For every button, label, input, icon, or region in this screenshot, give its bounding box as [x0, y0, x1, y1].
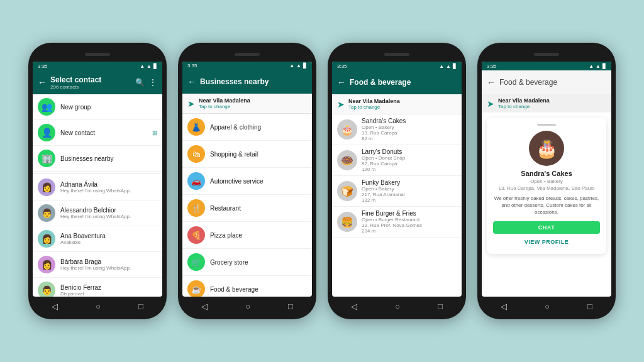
status-bar-4: 3:35 ▲ ▲ ▊: [482, 62, 611, 70]
profile-description: We offer freshly baked breads, cakes, pa…: [493, 195, 600, 216]
status-bar-3: 3:35 ▲ ▲ ▊: [332, 62, 462, 70]
back-button-4[interactable]: ←: [487, 77, 496, 87]
recent-nav-4[interactable]: □: [587, 302, 592, 311]
list-item-contact-2[interactable]: 👩 Ana Boaventura Available: [33, 226, 162, 252]
avatar-alessandro: 👨: [38, 204, 55, 222]
location-icon-4: ➤: [487, 99, 494, 109]
more-icon-1[interactable]: ⋮: [148, 77, 157, 87]
list-item-new-group[interactable]: 👥 New group: [33, 94, 162, 120]
status-bar-2: 3:35 ▲ ▲ ▊: [182, 62, 312, 70]
chat-button[interactable]: CHAT: [493, 221, 600, 234]
new-group-text: New group: [60, 104, 157, 111]
list-item-contact-0[interactable]: 👩 Adriana Ávila Hey there! I'm using Wha…: [33, 175, 162, 200]
automotive-icon: 🚗: [187, 172, 205, 190]
food-info-sandras: Sandra's Cakes Open • Bakery 13, Rua Car…: [362, 118, 406, 141]
battery-icon-3: ▊: [453, 63, 457, 69]
new-contact-text: New contact: [60, 129, 147, 136]
qr-icon[interactable]: ⊞: [152, 129, 157, 136]
view-profile-button[interactable]: VIEW PROFILE: [493, 236, 600, 248]
phone-4-screen: 3:35 ▲ ▲ ▊ ← Food & beverage ➤ Near Vila…: [482, 62, 611, 297]
avatar-benicio: 👨: [38, 282, 55, 297]
profile-type: Open • Bakery: [530, 178, 563, 184]
location-banner-4[interactable]: ➤ Near Vila Madalena Tap to change: [482, 94, 611, 112]
wifi-icon-2: ▲: [296, 63, 301, 69]
food-item-funky[interactable]: 🍞 Funky Bakery Open • Bakery 217, Rua Ar…: [332, 176, 462, 207]
category-pizza[interactable]: 🍕 Pizza place: [182, 222, 312, 249]
phone-1: 3:35 ▲ ▲ ▊ ← Select contact 296 contacts…: [28, 43, 167, 319]
phone-3-top-bar: [332, 49, 462, 59]
list-item-contact-1[interactable]: 👨 Alessandro Belchior Hey there! I'm usi…: [33, 200, 162, 226]
category-food-bev[interactable]: ☕ Food & beverage: [182, 276, 312, 297]
status-icons-2: ▲ ▲ ▊: [289, 63, 307, 69]
category-shopping[interactable]: 🛍 Shopping & retail: [182, 141, 312, 168]
food-item-larrys[interactable]: 🍩 Larry's Donuts Open • Donut Shop 82, R…: [332, 145, 462, 176]
back-nav-4[interactable]: ◁: [501, 302, 507, 311]
home-nav-1[interactable]: ○: [96, 302, 101, 311]
phone-2-top-bar: [182, 49, 312, 59]
phone-3-speaker: [384, 53, 409, 56]
back-nav-1[interactable]: ◁: [52, 302, 58, 311]
recent-nav-3[interactable]: □: [438, 302, 443, 311]
category-grocery[interactable]: 🛒 Grocery store: [182, 249, 312, 276]
profile-image: 🎂: [529, 131, 564, 166]
contact-count: 296 contacts: [50, 84, 131, 90]
location-text-2: Near Vila Madalena Tap to change: [199, 97, 250, 109]
status-time-1: 3:35: [38, 63, 48, 69]
food-item-sandras[interactable]: 🎂 Sandra's Cakes Open • Bakery 13, Rua C…: [332, 114, 462, 145]
food-item-burger[interactable]: 🍔 Fine Burger & Fries Open • Burger Rest…: [332, 207, 462, 238]
back-nav-3[interactable]: ◁: [351, 302, 357, 311]
back-button-2[interactable]: ←: [187, 77, 196, 87]
businesses-text: Businesses nearby: [60, 155, 157, 162]
category-automotive[interactable]: 🚗 Automotive service: [182, 168, 312, 195]
list-item-businesses-nearby[interactable]: 🏢 Businesses nearby: [33, 146, 162, 172]
status-icons-3: ▲ ▲ ▊: [439, 63, 457, 69]
category-restaurant[interactable]: 🍴 Restaurant: [182, 195, 312, 222]
contact-text-benicio: Benício Ferraz Disponível: [60, 284, 157, 297]
search-icon-1[interactable]: 🔍: [135, 78, 145, 87]
battery-icon-2: ▊: [303, 63, 307, 69]
back-button-1[interactable]: ←: [38, 77, 47, 87]
food-bev-icon: ☕: [187, 280, 205, 297]
back-button-3[interactable]: ←: [337, 77, 346, 87]
food-info-funky: Funky Bakery Open • Bakery 217, Rua Aram…: [362, 179, 405, 203]
avatar-funky: 🍞: [337, 181, 357, 201]
signal-icon-2: ▲: [289, 63, 294, 69]
status-time-4: 3:35: [487, 63, 497, 69]
category-apparel[interactable]: 👗 Apparel & clothing: [182, 114, 312, 141]
profile-card: 🎂 Sandra's Cakes Open • Bakery 13, Rua C…: [487, 118, 606, 254]
status-icons-4: ▲ ▲ ▊: [589, 63, 606, 69]
shopping-icon: 🛍: [187, 145, 205, 163]
home-nav-2[interactable]: ○: [245, 302, 250, 311]
businesses-icon: 🏢: [38, 150, 55, 167]
restaurant-icon: 🍴: [187, 199, 205, 217]
home-nav-4[interactable]: ○: [545, 302, 550, 311]
avatar-ana: 👩: [38, 230, 55, 248]
back-nav-2[interactable]: ◁: [201, 302, 208, 311]
header-title-2: Businesses nearby: [200, 77, 307, 86]
phone-1-header: ← Select contact 296 contacts 🔍 ⋮: [33, 70, 162, 94]
profile-address: 13, Rua Caropá, Vila Madalena, São Paulo: [499, 185, 595, 191]
phone-4-speaker: [534, 53, 559, 56]
phone-2-screen: 3:35 ▲ ▲ ▊ ← Businesses nearby ➤ Near Vi…: [182, 62, 312, 297]
avatar-burger: 🍔: [337, 212, 357, 232]
avatar-larrys: 🍩: [337, 150, 357, 170]
food-info-burger: Fine Burger & Fries Open • Burger Restau…: [362, 210, 422, 234]
phone-1-top-bar: [33, 49, 162, 59]
phone-3-header: ← Food & beverage: [332, 70, 462, 94]
signal-icon-3: ▲: [439, 63, 444, 69]
battery-icon: ▊: [153, 63, 157, 69]
location-banner-2[interactable]: ➤ Near Vila Madalena Tap to change: [182, 94, 312, 114]
home-nav-3[interactable]: ○: [395, 302, 400, 311]
header-title-4: Food & beverage: [499, 78, 606, 87]
header-title-1: Select contact: [50, 75, 131, 84]
contact-text-ana: Ana Boaventura Available: [60, 233, 157, 245]
recent-nav-2[interactable]: □: [288, 302, 293, 311]
list-item-new-contact[interactable]: 👤 New contact ⊞: [33, 120, 162, 146]
list-item-contact-4[interactable]: 👨 Benício Ferraz Disponível: [33, 278, 162, 297]
recent-nav-1[interactable]: □: [138, 302, 143, 311]
wifi-icon: ▲: [147, 63, 152, 69]
phone-3-bottom-bar: ◁ ○ □: [332, 299, 462, 313]
avatar-barbara: 👩: [38, 256, 55, 273]
location-banner-3[interactable]: ➤ Near Vila Madalena Tap to change: [332, 94, 462, 114]
list-item-contact-3[interactable]: 👩 Bárbara Braga Hey there! I'm using Wha…: [33, 252, 162, 278]
